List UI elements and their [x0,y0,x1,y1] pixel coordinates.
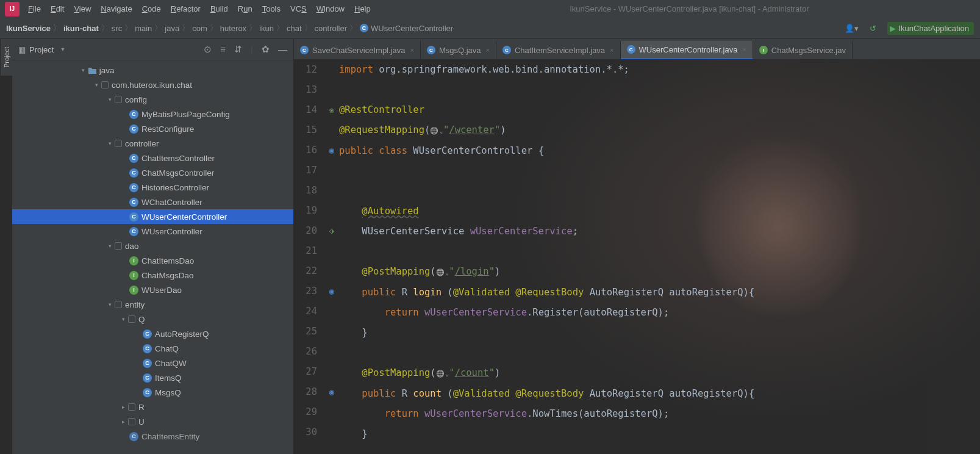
collapse-icon[interactable]: ⇵ [234,44,242,55]
endpoint-icon[interactable]: ◉ [324,140,339,160]
tree-label: dao [125,242,139,251]
tree-item[interactable]: IWUserDao [12,283,293,297]
package-icon [115,140,122,147]
tree-item[interactable]: CChatQW [12,356,293,370]
tree-item[interactable]: CRestConfigure [12,121,293,136]
crumb-huterox[interactable]: huterox [220,24,246,33]
menu-file[interactable]: File [24,2,45,16]
menu-refactor[interactable]: Refactor [167,2,204,16]
crumb-project[interactable]: IkunService [6,24,51,33]
run-config-label: IkunChatApplication [898,24,969,33]
menu-window[interactable]: Window [313,2,348,16]
tree-item[interactable]: CAutoRegisterQ [12,326,293,341]
crumb-java[interactable]: java [165,24,179,33]
tree-folder-entity[interactable]: ▾entity [12,297,293,312]
crumb-controller[interactable]: controller [315,24,347,33]
menu-code[interactable]: Code [138,2,165,16]
crumb-src[interactable]: src [112,24,122,33]
tree-folder-config[interactable]: ▾config [12,92,293,107]
tree-item[interactable]: CItemsQ [12,370,293,385]
menu-view[interactable]: View [70,2,95,16]
tree-folder-java[interactable]: ▾ java [12,63,293,77]
navigation-bar: IkunService〉 ikun-chat〉 src〉 main〉 java〉… [0,18,980,39]
interface-icon: I [129,286,138,295]
main-menu: File Edit View Navigate Code Refactor Bu… [24,2,374,16]
tree-label: Q [138,315,145,324]
tree-item-selected[interactable]: CWUserCenterController [12,209,293,224]
class-icon: C [129,212,138,222]
tree-item[interactable]: CChatQ [12,341,293,356]
crumb-com[interactable]: com [192,24,207,33]
breadcrumb: IkunService〉 ikun-chat〉 src〉 main〉 java〉… [6,23,453,34]
tree-item[interactable]: CHistoriesController [12,180,293,195]
menu-build[interactable]: Build [207,2,232,16]
hide-icon[interactable]: — [278,44,287,55]
tree-label: com.huterox.ikun.chat [112,81,192,90]
menu-vcs[interactable]: VCS [287,2,310,16]
endpoint-icon[interactable]: ◉ [324,382,339,402]
menu-tools[interactable]: Tools [259,2,284,16]
crumb-ikun[interactable]: ikun [259,24,274,33]
tree-package[interactable]: ▾com.huterox.ikun.chat [12,77,293,92]
tree-label: ChatQ [155,344,179,353]
editor-tabs: CSaveChatServiceImpl.java× CMsgsQ.java× … [294,39,980,60]
package-icon [128,403,135,411]
tab[interactable]: IChatMsgsService.jav [753,41,853,59]
package-icon [128,418,135,425]
run-config-selector[interactable]: ▶IkunChatApplication [887,22,974,35]
locate-icon[interactable]: ⊙ [204,44,212,55]
crumb-class[interactable]: WUserCenterController [371,24,453,33]
tree-item[interactable]: CWChatController [12,195,293,209]
close-icon[interactable]: × [610,46,613,54]
tree-folder-q[interactable]: ▾Q [12,312,293,326]
build-hammer-icon[interactable]: ↺ [870,24,876,33]
class-icon: C [129,227,138,236]
crumb-chat[interactable]: chat [287,24,302,33]
tree-label: WChatController [141,198,202,207]
menu-run[interactable]: Run [234,2,256,16]
close-icon[interactable]: × [486,46,490,54]
project-tool-tab[interactable]: Project [0,39,12,76]
tree-item[interactable]: CChatMsgsController [12,165,293,180]
tree-folder-controller[interactable]: ▾controller [12,136,293,151]
class-icon: C [143,344,152,353]
user-icon[interactable]: 👤▾ [845,24,859,33]
tree-item[interactable]: IChatMsgsDao [12,268,293,283]
settings-icon[interactable]: ✿ [262,44,270,55]
class-icon: C [129,198,138,207]
tree-item[interactable]: IChatItemsDao [12,253,293,268]
code-editor[interactable]: 12131415161718192021222324252627282930 ❀… [294,60,980,454]
package-icon [115,301,122,308]
menu-edit[interactable]: Edit [47,2,68,16]
expand-icon[interactable]: ≡ [220,44,226,55]
tree-item[interactable]: CWUserController [12,224,293,239]
tree-label: ChatQW [155,359,187,368]
tab[interactable]: CChatItemServiceImpl.java× [496,41,621,59]
close-icon[interactable]: × [410,46,413,54]
close-icon[interactable]: × [742,46,746,53]
tree-item[interactable]: CChatItemsEntity [12,429,293,444]
crumb-module[interactable]: ikun-chat [63,24,99,33]
tree-label: ChatItemsEntity [141,432,199,441]
tab[interactable]: CMsgsQ.java× [421,41,496,59]
spring-icon[interactable]: ❀ [324,100,339,120]
tree-label: MsgsQ [155,388,181,397]
tree-item[interactable]: CMyBatisPlusPageConfig [12,107,293,121]
code-content[interactable]: import org.springframework.web.bind.anno… [339,60,980,454]
menu-help[interactable]: Help [351,2,374,16]
tree-item[interactable]: CMsgsQ [12,385,293,400]
crumb-main[interactable]: main [135,24,152,33]
class-icon: C [129,110,138,119]
tree-folder-u[interactable]: ▸U [12,414,293,429]
bean-icon[interactable]: ⬗ [324,221,339,241]
project-view-selector[interactable]: ▥ Project ▼ [18,45,65,54]
tree-folder-r[interactable]: ▸R [12,400,293,414]
endpoint-icon[interactable]: ◉ [324,281,339,301]
tree-item[interactable]: CChatItemsController [12,151,293,165]
tab[interactable]: CSaveChatServiceImpl.java× [294,41,421,59]
line-gutter: 12131415161718192021222324252627282930 [294,60,324,454]
tab-active[interactable]: CWUserCenterController.java× [621,41,753,59]
folder-icon [88,67,97,74]
menu-navigate[interactable]: Navigate [97,2,135,16]
tree-folder-dao[interactable]: ▾dao [12,239,293,253]
